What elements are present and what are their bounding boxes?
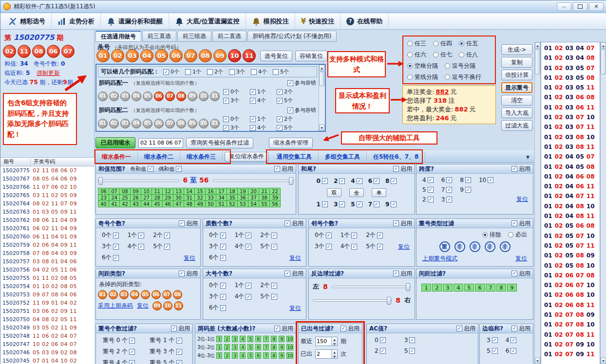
checkbox-3[interactable]: 3✓ <box>487 337 498 344</box>
slider-thumb[interactable] <box>98 177 103 185</box>
slider-thumb[interactable] <box>387 297 391 305</box>
checkbox-1个[interactable]: 1个✓ <box>235 281 252 290</box>
tab-shrink-condition-2[interactable]: 缩水条件二 <box>138 151 180 162</box>
diff-cell-6[interactable]: 6 <box>255 336 261 342</box>
checkbox-4[interactable]: 4✓ <box>351 178 362 184</box>
grid-cell-46[interactable]: 46 <box>162 200 173 207</box>
checkbox-2个[interactable]: 2个✓ <box>366 231 383 239</box>
radio-逗号分隔[interactable]: 逗号分隔 <box>445 62 475 70</box>
enable-checkbox[interactable]: ✓ <box>393 271 399 276</box>
cell-3[interactable]: 3 <box>443 284 453 291</box>
draw-row[interactable]: 1502076408 02 11 07 09 <box>0 200 95 208</box>
ball-06[interactable]: 06 <box>152 290 161 299</box>
checkbox-0个[interactable]: ✓0个 <box>163 68 179 75</box>
ball-04[interactable]: 04 <box>132 91 141 101</box>
checkbox-0个[interactable]: 0个✓ <box>209 281 226 290</box>
enable-checkbox[interactable]: ✓ <box>393 166 399 172</box>
radio-任五[interactable]: 任五 <box>459 39 478 48</box>
diff-cell-1[interactable]: 1 <box>216 352 222 359</box>
grid-cell-37[interactable]: 37 <box>248 194 259 201</box>
grid-cell-49[interactable]: 49 <box>194 200 206 207</box>
checkbox-4个[interactable]: ✓4个 <box>250 124 277 131</box>
radio-任八[interactable]: 任八 <box>459 51 478 59</box>
checkbox-0个[interactable]: 0个✓ <box>209 231 226 239</box>
diff-cell-2[interactable]: 2 <box>224 352 230 359</box>
diff-cell-10[interactable]: 10 <box>286 352 293 359</box>
diff-cell-4[interactable]: 4 <box>240 336 246 342</box>
ball-11[interactable]: 11 <box>18 45 31 58</box>
toolbar-item-help[interactable]: 在线帮助 <box>341 13 389 29</box>
tab-front3-group[interactable]: 前三组选 <box>177 31 211 42</box>
ball-05[interactable]: 05 <box>143 91 152 101</box>
draw-row[interactable]: 1502074710 02 06 04 07 <box>0 340 95 348</box>
ball-04[interactable]: 04 <box>140 49 153 62</box>
grid-cell-35[interactable]: 35 <box>227 194 238 201</box>
grid-cell-24[interactable]: 24 <box>109 194 120 201</box>
grid-cell-51[interactable]: 51 <box>216 200 227 207</box>
checkbox-4个[interactable]: ✓4个 <box>250 97 277 104</box>
reset-link[interactable]: 复位 <box>398 243 410 251</box>
draw-row[interactable]: 1502076006 11 04 01 09 <box>0 233 95 241</box>
ball-09[interactable]: 09 <box>188 119 197 128</box>
ball-11[interactable]: 11 <box>210 119 220 128</box>
spinner-icon[interactable] <box>331 337 337 346</box>
ball-08[interactable]: 08 <box>173 290 182 299</box>
grid-cell-34[interactable]: 34 <box>216 194 227 201</box>
grid-cell-08[interactable]: 08 <box>119 188 131 195</box>
checkbox-6个[interactable]: 6个✓ <box>209 304 226 312</box>
ball-08[interactable]: 08 <box>32 45 45 58</box>
ball-02[interactable]: 02 <box>109 91 119 101</box>
enable-checkbox[interactable]: ✓ <box>284 220 290 226</box>
reset-link[interactable]: 复位 <box>515 255 527 263</box>
dropdown-caret-icon[interactable] <box>526 153 530 160</box>
grid-cell-20[interactable]: 20 <box>248 188 259 195</box>
toolbar-item-simulate[interactable]: 模拟投注 <box>246 13 295 29</box>
draw-row[interactable]: 1502075004 08 02 05 11 <box>0 315 95 324</box>
grid-cell-30[interactable]: 30 <box>173 194 184 201</box>
prev-repeat-mode-link[interactable]: 上期重号模式 <box>422 255 457 263</box>
checkbox-1[interactable]: 1✓ <box>317 201 328 208</box>
grid-cell-42[interactable]: 42 <box>119 200 131 207</box>
grid-cell-09[interactable]: 09 <box>130 188 141 195</box>
checkbox-6[interactable]: 6✓ <box>506 347 517 354</box>
reverse-left-slider[interactable] <box>332 286 411 288</box>
checkbox-参与容错[interactable]: ✓参与容错 <box>287 79 316 87</box>
checkbox-0个[interactable]: 0个✓ <box>315 231 332 239</box>
diff-cell-7[interactable]: 7 <box>263 352 269 359</box>
checkbox-4[interactable]: 4✓ <box>422 177 434 183</box>
radio-逗号不换行[interactable]: 逗号不换行 <box>445 73 481 81</box>
slider-thumb[interactable] <box>406 283 410 291</box>
checkbox-3个[interactable]: 3个✓ <box>209 292 226 301</box>
ball-10[interactable]: 10 <box>228 49 241 62</box>
reset-link[interactable]: 复位 <box>184 254 195 262</box>
checkbox-0[interactable]: 0✓ <box>375 337 386 344</box>
enable-checkbox[interactable]: ✓ <box>393 220 399 226</box>
ball-01[interactable]: 01 <box>96 49 110 62</box>
draw-row[interactable]: 1502074903 05 02 11 09 <box>0 324 95 332</box>
tolerance-scrollbar[interactable] <box>319 65 325 131</box>
checkbox-5个[interactable]: 5个 <box>273 68 289 75</box>
grid-cell-12[interactable]: 12 <box>162 188 173 195</box>
grid-cell-11[interactable]: 11 <box>152 188 163 195</box>
ball-07[interactable]: 07 <box>165 91 175 101</box>
ball-11[interactable]: 11 <box>174 301 183 310</box>
checkbox-4个[interactable]: 4个✓ <box>235 292 252 301</box>
draw-row[interactable]: 1502075401 10 02 08 05 <box>0 282 95 291</box>
grid-cell-07[interactable]: 07 <box>109 188 120 195</box>
reset-link[interactable]: 复位 <box>516 195 528 203</box>
tab-shrink-condition-1[interactable]: 缩水条件一 <box>95 151 138 162</box>
radio-空格分隔[interactable]: 空格分隔 <box>407 62 438 70</box>
diff-cell-1[interactable]: 1 <box>216 336 222 342</box>
checkbox-5个[interactable]: ✓5个 <box>277 97 303 104</box>
ball-11[interactable]: 11 <box>210 91 220 101</box>
diff-cell-4[interactable]: 4 <box>240 344 246 350</box>
draw-row[interactable]: 1502076301 03 05 09 11 <box>0 208 95 216</box>
checkbox-7[interactable]: 7✓ <box>368 201 379 208</box>
diff-cell-8[interactable]: 8 <box>271 344 277 350</box>
ball-03[interactable]: 03 <box>120 119 130 128</box>
checkbox-7[interactable]: 7✓ <box>441 186 453 193</box>
reset-shrink-button[interactable]: 复位缩水条件 <box>225 152 268 162</box>
checkbox-5[interactable]: 5✓ <box>487 347 498 354</box>
draw-row[interactable]: 1502076208 06 11 04 09 <box>0 216 95 224</box>
checkbox-1个[interactable]: 1个 <box>185 68 201 75</box>
